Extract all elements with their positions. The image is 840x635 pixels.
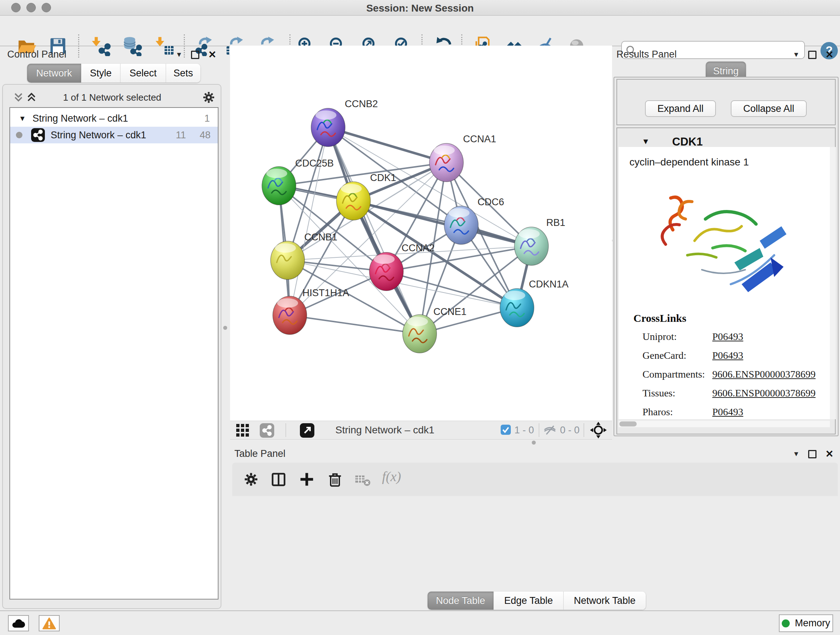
memory-label: Memory xyxy=(795,618,830,629)
close-panel-icon[interactable]: ✕ xyxy=(825,449,834,459)
delete-column-trash-icon[interactable] xyxy=(327,471,343,487)
network-node-count: 11 xyxy=(176,130,186,141)
results-vertical-scrollbar[interactable] xyxy=(830,147,836,419)
network-share-view-icon[interactable] xyxy=(260,423,274,438)
network-node-label-CDC6: CDC6 xyxy=(477,196,504,207)
crosslink-value-link[interactable]: 9606.ENSP00000378699 xyxy=(712,369,815,380)
crosslink-label: GeneCard: xyxy=(643,350,686,361)
collapse-all-tree-icon[interactable] xyxy=(13,92,24,103)
title-bar: Session: New Session xyxy=(0,0,840,16)
network-node-label-CCNA1: CCNA1 xyxy=(463,134,496,144)
delete-table-icon[interactable] xyxy=(355,473,370,486)
show-columns-icon[interactable] xyxy=(271,471,286,487)
fit-content-crosshair-icon[interactable] xyxy=(590,422,607,439)
crosslink-value-link[interactable]: 9606.ENSP00000378699 xyxy=(712,387,815,399)
control-panel-tabs: Network Style Select Sets xyxy=(27,64,201,82)
birds-eye-view-icon[interactable] xyxy=(300,423,314,438)
network-node-label-CCNA2: CCNA2 xyxy=(401,242,435,253)
tab-network-table[interactable]: Network Table xyxy=(564,592,646,610)
panel-resize-handle[interactable] xyxy=(532,440,536,445)
warning-icon xyxy=(42,617,56,630)
hidden-count: 0 - 0 xyxy=(560,424,579,436)
main-toolbar: ? xyxy=(0,16,840,46)
crosslink-value-link[interactable]: P06493 xyxy=(712,406,744,418)
expand-all-button[interactable]: Expand All xyxy=(645,100,716,117)
selected-count: 1 - 0 xyxy=(515,424,534,436)
cloud-button[interactable] xyxy=(8,615,29,631)
add-column-icon[interactable] xyxy=(299,471,315,487)
control-panel-title: Control Panel xyxy=(7,49,66,60)
grid-view-icon[interactable] xyxy=(236,424,249,437)
crosslink-label: Pharos: xyxy=(643,406,673,417)
tab-sets[interactable]: Sets xyxy=(166,64,201,82)
table-options-gear-icon[interactable] xyxy=(243,471,259,487)
scrollbar-thumb[interactable] xyxy=(619,421,637,426)
tab-style[interactable]: Style xyxy=(81,64,120,82)
warnings-button[interactable] xyxy=(39,615,60,631)
function-builder-icon[interactable]: f(x) xyxy=(382,469,401,485)
node-description: cyclin–dependent kinase 1 xyxy=(630,157,749,168)
network-node-label-HIST1H1A: HIST1H1A xyxy=(302,287,349,298)
crosslink-row: Tissues: xyxy=(643,387,676,399)
maximize-panel-icon[interactable] xyxy=(191,51,199,59)
network-node-RB1[interactable]: RB1 xyxy=(515,217,565,265)
close-panel-icon[interactable]: ✕ xyxy=(825,50,834,59)
tree-row-collection[interactable]: ▼ String Network – cdk1 1 xyxy=(10,110,218,127)
float-panel-icon[interactable]: ▼ xyxy=(176,51,183,59)
tab-select[interactable]: Select xyxy=(120,64,166,82)
toolbar-separator xyxy=(286,423,286,437)
check-icon xyxy=(501,424,511,435)
crosslink-label: Compartments: xyxy=(643,369,705,380)
maximize-panel-icon[interactable] xyxy=(808,51,816,59)
network-node-CCNE1[interactable]: CCNE1 xyxy=(403,306,467,353)
tab-network[interactable]: Network xyxy=(27,64,81,82)
network-node-label-CDK1: CDK1 xyxy=(370,172,396,183)
network-node-CDKN1A[interactable]: CDKN1A xyxy=(500,279,569,327)
memory-button[interactable]: Memory xyxy=(779,614,833,632)
tree-row-network[interactable]: String Network – cdk1 11 48 xyxy=(10,127,218,143)
toolbar-separator xyxy=(584,423,584,437)
results-panel-title: Results Panel xyxy=(616,49,677,60)
tab-node-table[interactable]: Node Table xyxy=(428,592,494,610)
selected-nodes-checkbox[interactable] xyxy=(501,424,511,435)
network-edge-CCNB2-CCNA1[interactable] xyxy=(328,127,447,163)
table-toolbar: f(x) xyxy=(232,463,838,496)
network-graph: CCNB2CCNA1CDC25BCDK1CDC6RB1CCNB1CCNA2CDK… xyxy=(230,46,612,421)
network-status-dot xyxy=(16,132,22,138)
crosslink-value-link[interactable]: P06493 xyxy=(712,331,744,342)
tree-collection-count: 1 xyxy=(204,113,210,124)
window-title: Session: New Session xyxy=(0,3,840,14)
crosslinks-title: CrossLinks xyxy=(633,312,686,325)
memory-status-dot xyxy=(782,619,790,627)
close-panel-icon[interactable]: ✕ xyxy=(208,50,216,59)
network-edge-CCNB2-CCNE1[interactable] xyxy=(328,127,420,334)
table-panel-tabs: Node Table Edge Table Network Table xyxy=(428,592,646,610)
network-node-CCNA1[interactable]: CCNA1 xyxy=(429,134,496,182)
maximize-panel-icon[interactable] xyxy=(808,450,816,458)
network-share-icon xyxy=(31,128,45,142)
crosslink-value-link[interactable]: P06493 xyxy=(712,350,744,361)
network-edge-HIST1H1A-CCNE1[interactable] xyxy=(290,315,420,334)
network-node-label-CCNB1: CCNB1 xyxy=(304,232,338,242)
results-horizontal-scrollbar[interactable] xyxy=(619,421,830,427)
network-node-CCNB1[interactable]: CCNB1 xyxy=(271,232,338,279)
tree-expand-icon[interactable]: ▼ xyxy=(19,114,26,123)
current-network-title: String Network – cdk1 xyxy=(335,424,434,436)
tab-edge-table[interactable]: Edge Table xyxy=(494,592,564,610)
network-options-gear-icon[interactable] xyxy=(202,90,216,104)
panel-resize-handle[interactable] xyxy=(223,326,227,330)
collapse-all-button[interactable]: Collapse All xyxy=(731,100,807,117)
network-node-label-RB1: RB1 xyxy=(546,217,565,228)
crosslink-row: Pharos: xyxy=(643,406,673,418)
network-node-CDC25B[interactable]: CDC25B xyxy=(262,158,334,205)
expand-all-tree-icon[interactable] xyxy=(26,92,37,103)
network-node-label-CCNB2: CCNB2 xyxy=(345,98,378,109)
float-panel-icon[interactable]: ▼ xyxy=(793,51,800,59)
section-expand-icon[interactable]: ▼ xyxy=(642,137,650,146)
network-edge-count: 48 xyxy=(200,130,210,141)
float-panel-icon[interactable]: ▼ xyxy=(793,450,800,458)
network-node-HIST1H1A[interactable]: HIST1H1A xyxy=(273,287,349,334)
network-tree: ▼ String Network – cdk1 1 String Network… xyxy=(9,107,218,600)
protein-structure-image xyxy=(651,176,796,302)
network-canvas[interactable]: CCNB2CCNA1CDC25BCDK1CDC6RB1CCNB1CCNA2CDK… xyxy=(230,46,612,421)
